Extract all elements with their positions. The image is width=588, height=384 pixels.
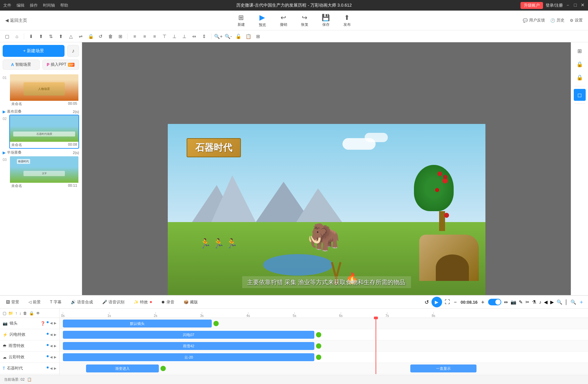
zoom-slider[interactable]: │ xyxy=(565,299,568,305)
subtitle-tool-button[interactable]: T 字幕 xyxy=(48,298,64,306)
voice-synth-button[interactable]: 🔊 语音合成 xyxy=(69,298,95,306)
track-snow-arrow2[interactable]: ▶ xyxy=(54,344,57,348)
track-lightning-arrow[interactable]: ◀ xyxy=(50,333,53,336)
login-button[interactable]: 登录/注册 xyxy=(546,3,563,8)
clip-snow-end[interactable] xyxy=(315,342,323,350)
lock-button-2[interactable]: 🔒 xyxy=(574,71,586,83)
history-button[interactable]: 🕐 历史 xyxy=(550,18,565,23)
preview-button[interactable]: ▶ 预览 xyxy=(256,13,269,27)
version-button[interactable]: 📦 藏版 xyxy=(182,298,200,306)
v-center-align[interactable]: ⇅ xyxy=(47,32,55,41)
h-align-left[interactable]: ≡ xyxy=(130,32,139,41)
track-snow-arrow[interactable]: ◀ xyxy=(50,344,53,348)
arrow-right-icon[interactable]: ▶ xyxy=(550,299,554,305)
home-button[interactable]: ◀ 返回主页 xyxy=(5,18,27,23)
track-shiqishidai-arrow2[interactable]: ▶ xyxy=(54,366,57,370)
h-align-center[interactable]: ≡ xyxy=(140,32,149,41)
clip-cloud[interactable]: 云-20 xyxy=(63,353,314,361)
save-button[interactable]: 💾 保存 xyxy=(319,14,333,27)
tl-add-folder[interactable]: 📁 xyxy=(8,311,13,316)
add-track[interactable]: ＋ xyxy=(579,299,584,306)
settings-button[interactable]: ⚙ 设置 xyxy=(570,18,583,23)
zoom-in-tl[interactable]: 🔍 xyxy=(570,299,576,305)
tl-move-up[interactable]: ↑ xyxy=(15,311,17,316)
menu-edit[interactable]: 编辑 xyxy=(17,3,24,8)
prev-scene-button[interactable]: ◁ 前景 xyxy=(26,298,43,306)
upgrade-button[interactable]: 升级账户 xyxy=(520,2,543,9)
fit-icon[interactable]: ⇔ xyxy=(504,299,508,305)
maximize-button[interactable]: □ xyxy=(574,2,577,8)
clip-lightning[interactable]: 闪电07 xyxy=(63,331,314,339)
camera-tool-icon[interactable]: 📷 xyxy=(511,299,516,305)
scene-thumb-1[interactable]: 人物场景 未命名 00:05 xyxy=(9,74,79,108)
delete-tool[interactable]: 🗑 xyxy=(106,32,115,41)
track-lightning-arrow2[interactable]: ▶ xyxy=(54,333,57,336)
track-cloud-arrow[interactable]: ◀ xyxy=(50,355,53,359)
menu-operate[interactable]: 操作 xyxy=(30,3,38,8)
scene-item-1[interactable]: 01 人物场景 未命名 00:05 xyxy=(3,74,79,108)
play-pause-button[interactable]: ▶ xyxy=(431,297,442,307)
zoom-in[interactable]: 🔍+ xyxy=(214,32,223,41)
cut-tool-icon[interactable]: ✂ xyxy=(525,299,529,305)
menu-help[interactable]: 帮助 xyxy=(60,3,68,8)
paste-tool[interactable]: 📋 xyxy=(244,32,252,41)
down-align[interactable]: ⬇ xyxy=(27,32,35,41)
track-snow-dot[interactable] xyxy=(47,344,49,346)
new-scene-button[interactable]: + 新建场景 xyxy=(3,45,65,57)
close-button[interactable]: ✕ xyxy=(581,2,585,8)
minimize-button[interactable]: － xyxy=(565,2,570,8)
menu-file[interactable]: 文件 xyxy=(3,3,11,8)
top-align[interactable]: ⬆ xyxy=(57,32,65,41)
voice-recog-button[interactable]: 🎤 语音识别 xyxy=(100,298,126,306)
music-button[interactable]: ♪ xyxy=(67,45,79,57)
music-tool-icon[interactable]: ♪ xyxy=(539,299,541,305)
lock-tool[interactable]: 🔒 xyxy=(86,32,95,41)
transition-1[interactable]: ▶ 幕布层叠 2(s) xyxy=(3,108,79,115)
clip-shiqishidai[interactable]: 渐变进入 xyxy=(86,365,159,372)
speed-minus[interactable]: － xyxy=(453,299,458,306)
track-cloud-arrow2[interactable]: ▶ xyxy=(54,355,57,359)
zoom-out-tl[interactable]: 🔍 xyxy=(557,299,562,305)
transition-2[interactable]: ▶ 半场重叠 2(s) xyxy=(3,149,79,156)
v-align-top[interactable]: ⊤ xyxy=(160,32,169,41)
canvas-stage[interactable]: 📷 默认镜头 xyxy=(168,124,485,302)
fullscreen-icon[interactable]: ⛶ xyxy=(445,299,450,305)
track-help-icon[interactable]: ❓ xyxy=(40,321,45,326)
tl-delete[interactable]: 🗑 xyxy=(23,311,27,316)
toggle-button[interactable] xyxy=(488,299,501,305)
smart-scene-button[interactable]: A 智能场景 xyxy=(3,59,40,70)
scene-item-3[interactable]: 03 铁器时代 文字 未命名 00:11 xyxy=(3,156,79,190)
clip-shiqishidai-end-label[interactable]: 一直显示 xyxy=(410,365,476,372)
refresh-icon[interactable]: ↺ xyxy=(425,299,429,305)
bg-tool-button[interactable]: 🖼 背景 xyxy=(4,298,21,306)
lock2-tool[interactable]: 🔓 xyxy=(234,32,243,41)
zoom-out[interactable]: 🔍- xyxy=(224,32,233,41)
filter-icon[interactable]: ⚗ xyxy=(532,299,536,305)
menu-timeline[interactable]: 时间轴 xyxy=(43,3,55,8)
track-shiqishidai-dot[interactable] xyxy=(47,366,49,368)
up-align[interactable]: ⬆ xyxy=(37,32,45,41)
new-button[interactable]: ⊞ 新建 xyxy=(235,14,248,27)
clip-lightning-end[interactable] xyxy=(315,331,323,339)
clip-default-camera[interactable]: 默认镜头 xyxy=(63,320,212,327)
track-lightning-dot[interactable] xyxy=(47,333,49,335)
insert-ppt-button[interactable]: P 插入PPT VIP xyxy=(42,59,79,70)
scene-info-icon[interactable]: 📋 xyxy=(27,377,32,382)
active-tool-button[interactable]: ◻ xyxy=(574,89,586,101)
v-align-bot[interactable]: ⊥ xyxy=(180,32,189,41)
v-align-mid[interactable]: ⊥ xyxy=(170,32,179,41)
tl-move-down[interactable]: ↓ xyxy=(19,311,21,316)
effects-button[interactable]: ✨ 特效 xyxy=(132,298,154,306)
select-tool[interactable]: ▢ xyxy=(3,32,11,41)
speed-plus[interactable]: ＋ xyxy=(480,299,485,306)
redo-button[interactable]: ↪ 恢复 xyxy=(298,14,311,27)
undo-button[interactable]: ↩ 撤销 xyxy=(277,14,290,27)
feedback-button[interactable]: 💬 用户反馈 xyxy=(523,18,545,23)
lock-layer-button[interactable]: 🔒 xyxy=(574,58,586,70)
clip-snow[interactable]: 雨雪42 xyxy=(63,342,314,350)
tl-lock[interactable]: 🔒 xyxy=(29,311,34,316)
scene-item-2[interactable]: 02 石器时代场景 未命名 00:08 xyxy=(3,115,79,149)
timeline-playhead[interactable] xyxy=(376,318,376,374)
publish-button[interactable]: ⬆ 发布 xyxy=(340,14,354,27)
arrow-left-icon[interactable]: ◀ xyxy=(544,299,548,305)
